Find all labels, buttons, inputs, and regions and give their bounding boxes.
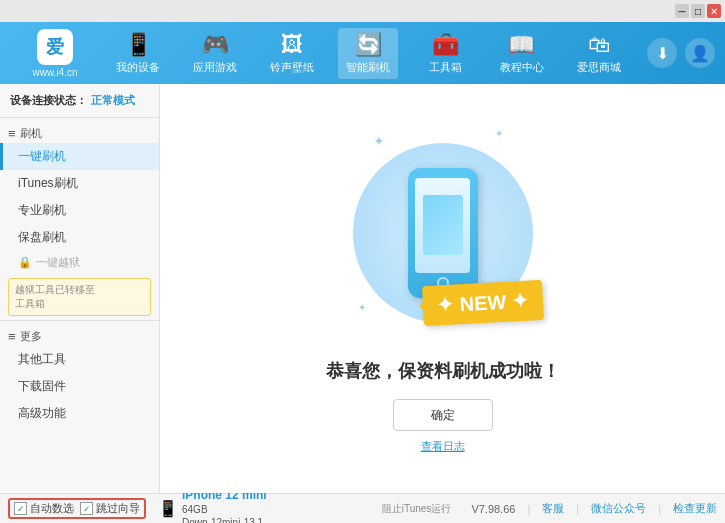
logo-icon: 爱	[37, 29, 73, 65]
nav-my-device-label: 我的设备	[116, 60, 160, 75]
close-button[interactable]: ✕	[707, 4, 721, 18]
auto-dispatch-check-icon: ✓	[14, 502, 27, 515]
flash-section-header[interactable]: ≡ 刷机	[0, 122, 159, 143]
main-content: ✦ ✦ ✦ ✦ NEW ✦ 恭喜您，保资料刷机成功啦！ 确定 查看日志	[160, 84, 725, 493]
main-layout: 设备连接状态： 正常模式 ≡ 刷机 一键刷机 iTunes刷机 专业刷机 保盘刷…	[0, 84, 725, 493]
pro-flash-label: 专业刷机	[18, 203, 66, 217]
more-section-label: 更多	[20, 329, 42, 344]
status-value: 正常模式	[91, 93, 135, 108]
sidebar-item-download-firmware[interactable]: 下载固件	[0, 373, 159, 400]
nav-tutorial-icon: 📖	[508, 32, 535, 58]
flash-section-icon: ≡	[8, 126, 16, 141]
download-button[interactable]: ⬇	[647, 38, 677, 68]
nav-my-device[interactable]: 📱 我的设备	[108, 28, 168, 79]
more-section-icon: ≡	[8, 329, 16, 344]
nav-wallpaper[interactable]: 🖼 铃声壁纸	[262, 28, 322, 79]
phone-illustration: ✦ ✦ ✦ ✦ NEW ✦	[343, 123, 543, 343]
nav-toolbox[interactable]: 🧰 工具箱	[415, 28, 475, 79]
title-bar: ─ □ ✕	[0, 0, 725, 22]
logo-area: 爱 www.i4.cn	[10, 29, 100, 78]
view-log-link[interactable]: 查看日志	[421, 439, 465, 454]
footer: ✓ 自动数选 ✓ 跳过向导 📱 iPhone 12 mini 64GB Down…	[0, 493, 725, 523]
sidebar-locked-jailbreak: 🔒 一键越狱	[0, 251, 159, 274]
customer-service-link[interactable]: 客服	[542, 501, 564, 516]
footer-sep-1: |	[527, 503, 530, 515]
device-status: 设备连接状态： 正常模式	[0, 88, 159, 113]
download-firmware-label: 下载固件	[18, 379, 66, 393]
skip-guide-check-icon: ✓	[80, 502, 93, 515]
nav-bar: 📱 我的设备 🎮 应用游戏 🖼 铃声壁纸 🔄 智能刷机 🧰 工具箱 📖 教程中心…	[100, 28, 637, 79]
more-section-header[interactable]: ≡ 更多	[0, 325, 159, 346]
sparkle-bottom-left-icon: ✦	[358, 302, 366, 313]
nav-toolbox-icon: 🧰	[432, 32, 459, 58]
warning-text: 越狱工具已转移至工具箱	[15, 284, 95, 309]
flash-section-label: 刷机	[20, 126, 42, 141]
skip-guide-label: 跳过向导	[96, 501, 140, 516]
itunes-flash-label: iTunes刷机	[18, 176, 78, 190]
version-label: V7.98.66	[471, 503, 515, 515]
phone-screen	[415, 178, 470, 273]
jailbreak-warning: 越狱工具已转移至工具箱	[8, 278, 151, 316]
itunes-status: 阻止iTunes运行	[374, 502, 460, 516]
device-phone-icon: 📱	[158, 499, 178, 518]
one-click-flash-label: 一键刷机	[18, 149, 66, 163]
auto-dispatch-label: 自动数选	[30, 501, 74, 516]
nav-store[interactable]: 🛍 爱思商城	[569, 28, 629, 79]
nav-store-label: 爱思商城	[577, 60, 621, 75]
check-update-link[interactable]: 检查更新	[673, 501, 717, 516]
account-button[interactable]: 👤	[685, 38, 715, 68]
sparkle-top-left-icon: ✦	[373, 133, 385, 149]
header: 爱 www.i4.cn 📱 我的设备 🎮 应用游戏 🖼 铃声壁纸 🔄 智能刷机 …	[0, 22, 725, 84]
sidebar-item-pro-flash[interactable]: 专业刷机	[0, 197, 159, 224]
nav-apps-icon: 🎮	[202, 32, 229, 58]
advanced-label: 高级功能	[18, 406, 66, 420]
footer-sep-2: |	[576, 503, 579, 515]
new-badge: ✦ NEW ✦	[422, 280, 544, 326]
skip-guide-checkbox[interactable]: ✓ 跳过向导	[80, 501, 140, 516]
nav-tutorial[interactable]: 📖 教程中心	[492, 28, 552, 79]
checkbox-group-outline: ✓ 自动数选 ✓ 跳过向导	[8, 498, 146, 519]
nav-smart-flash[interactable]: 🔄 智能刷机	[338, 28, 398, 79]
wechat-link[interactable]: 微信公众号	[591, 501, 646, 516]
logo-text-icon: 爱	[46, 35, 64, 59]
phone-screen-inner	[423, 195, 463, 255]
sidebar-divider-2	[0, 320, 159, 321]
sidebar-item-save-flash[interactable]: 保盘刷机	[0, 224, 159, 251]
sidebar-item-one-click-flash[interactable]: 一键刷机	[0, 143, 159, 170]
confirm-button[interactable]: 确定	[393, 399, 493, 431]
device-model: Down-12mini-13.1	[182, 516, 267, 523]
nav-my-device-icon: 📱	[125, 32, 152, 58]
minimize-button[interactable]: ─	[675, 4, 689, 18]
other-tools-label: 其他工具	[18, 352, 66, 366]
new-badge-text: NEW	[459, 291, 507, 315]
status-label: 设备连接状态：	[10, 93, 87, 108]
device-storage: 64GB	[182, 503, 267, 516]
nav-smart-flash-label: 智能刷机	[346, 60, 390, 75]
sidebar-item-other-tools[interactable]: 其他工具	[0, 346, 159, 373]
nav-store-icon: 🛍	[588, 32, 610, 58]
sidebar-item-advanced[interactable]: 高级功能	[0, 400, 159, 427]
logo-url: www.i4.cn	[32, 67, 77, 78]
nav-apps-label: 应用游戏	[193, 60, 237, 75]
lock-icon: 🔒	[18, 256, 32, 269]
footer-sep-3: |	[658, 503, 661, 515]
sparkle-top-right-icon: ✦	[495, 128, 503, 139]
success-message: 恭喜您，保资料刷机成功啦！	[326, 359, 560, 383]
save-flash-label: 保盘刷机	[18, 230, 66, 244]
nav-smart-flash-icon: 🔄	[355, 32, 382, 58]
footer-right: 阻止iTunes运行 V7.98.66 | 客服 | 微信公众号 | 检查更新	[374, 501, 717, 516]
nav-tutorial-label: 教程中心	[500, 60, 544, 75]
auto-dispatch-checkbox[interactable]: ✓ 自动数选	[14, 501, 74, 516]
phone-body	[408, 168, 478, 298]
sidebar-item-itunes-flash[interactable]: iTunes刷机	[0, 170, 159, 197]
sidebar: 设备连接状态： 正常模式 ≡ 刷机 一键刷机 iTunes刷机 专业刷机 保盘刷…	[0, 84, 160, 493]
nav-toolbox-label: 工具箱	[429, 60, 462, 75]
sidebar-divider-1	[0, 117, 159, 118]
nav-wallpaper-icon: 🖼	[281, 32, 303, 58]
nav-wallpaper-label: 铃声壁纸	[270, 60, 314, 75]
nav-right-actions: ⬇ 👤	[647, 38, 715, 68]
locked-label: 一键越狱	[36, 255, 80, 270]
nav-apps[interactable]: 🎮 应用游戏	[185, 28, 245, 79]
maximize-button[interactable]: □	[691, 4, 705, 18]
